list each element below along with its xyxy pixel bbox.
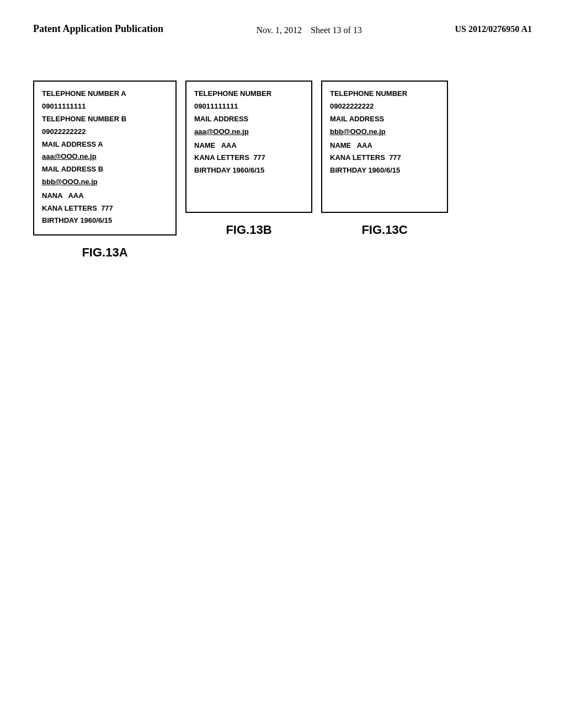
fig13c-field1-label: TELEPHONE NUMBER — [330, 88, 439, 100]
fig13b-field2-label: MAIL ADDRESS — [194, 114, 303, 125]
fig13c-box: TELEPHONE NUMBER 09022222222 MAIL ADDRES… — [321, 81, 448, 213]
fig13a-field6: KANA LETTERS 777 — [42, 203, 168, 215]
main-content: TELEPHONE NUMBER A 09011111111 TELEPHONE… — [0, 47, 565, 260]
fig13a-column: TELEPHONE NUMBER A 09011111111 TELEPHONE… — [33, 81, 177, 260]
fig13c-field2-label: MAIL ADDRESS — [330, 114, 439, 125]
fig13a-field2-value: 09022222222 — [42, 126, 168, 138]
fig13c-column: TELEPHONE NUMBER 09022222222 MAIL ADDRES… — [321, 81, 448, 237]
fig13c-field4: KANA LETTERS 777 — [330, 152, 439, 164]
fig13b-field3: NAME AAA — [194, 140, 303, 152]
fig13a-field4-value: bbb@OOO.ne.jp — [42, 176, 168, 188]
fig13c-field3: NAME AAA — [330, 140, 439, 152]
fig13b-field5: BIRTHDAY 1960/6/15 — [194, 165, 303, 176]
fig13a-box: TELEPHONE NUMBER A 09011111111 TELEPHONE… — [33, 81, 177, 235]
fig13a-field2-label: TELEPHONE NUMBER B — [42, 114, 168, 125]
fig13a-field5: NANA AAA — [42, 190, 168, 202]
fig13c-label: FIG.13C — [361, 223, 407, 237]
fig13a-field1-label: TELEPHONE NUMBER A — [42, 88, 168, 100]
fig13c-field5: BIRTHDAY 1960/6/15 — [330, 165, 439, 176]
fig13a-field1-value: 09011111111 — [42, 101, 168, 113]
page-header: Patent Application Publication Nov. 1, 2… — [0, 0, 565, 47]
patent-number: US 2012/0276950 A1 — [455, 22, 532, 34]
fig13c-field2-value: bbb@OOO.ne.jp — [330, 126, 439, 138]
fig13b-field4: KANA LETTERS 777 — [194, 152, 303, 164]
publication-title: Patent Application Publication — [33, 22, 163, 36]
fig13b-column: TELEPHONE NUMBER 09011111111 MAIL ADDRES… — [185, 81, 312, 237]
fig13c-field1-value: 09022222222 — [330, 101, 439, 113]
header-date-sheet: Nov. 1, 2012 Sheet 13 of 13 — [257, 22, 362, 36]
fig13a-field7: BIRTHDAY 1960/6/15 — [42, 215, 168, 227]
fig13a-field3-value: aaa@OOO.ne.jp — [42, 151, 168, 163]
fig13a-label: FIG.13A — [82, 245, 127, 260]
fig13b-field1-value: 09011111111 — [194, 101, 303, 113]
fig13b-box: TELEPHONE NUMBER 09011111111 MAIL ADDRES… — [185, 81, 312, 213]
fig13b-field2-value: aaa@OOO.ne.jp — [194, 126, 303, 138]
fig13a-field3-label: MAIL ADDRESS A — [42, 139, 168, 151]
fig13b-label: FIG.13B — [226, 223, 271, 237]
fig13b-field1-label: TELEPHONE NUMBER — [194, 88, 303, 100]
fig13a-field4-label: MAIL ADDRESS B — [42, 164, 168, 175]
figures-area: TELEPHONE NUMBER A 09011111111 TELEPHONE… — [33, 81, 448, 260]
